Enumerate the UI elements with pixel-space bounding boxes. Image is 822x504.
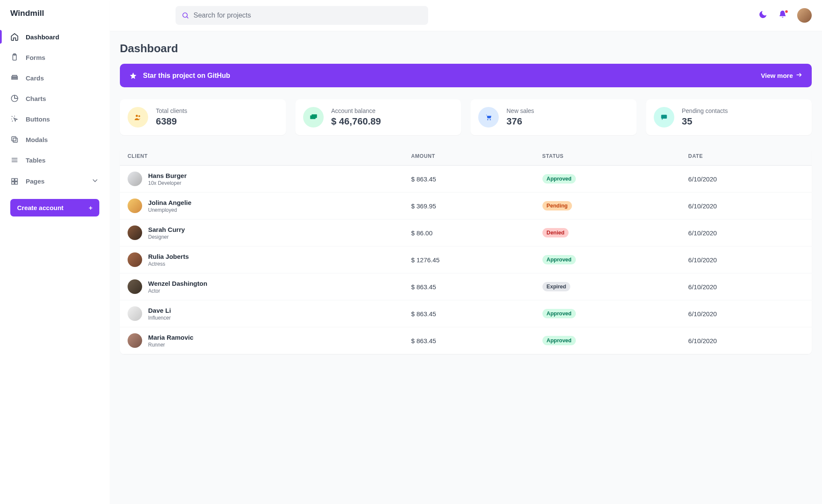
client-name: Wenzel Dashington	[148, 280, 207, 287]
client-amount: $ 1276.45	[403, 246, 534, 273]
moon-icon	[758, 10, 768, 21]
pie-chart-icon	[10, 94, 19, 103]
svg-rect-18	[311, 114, 317, 118]
client-amount: $ 86.00	[403, 219, 534, 246]
client-role: Actor	[148, 288, 207, 294]
sidebar-item-label: Charts	[26, 95, 46, 102]
stat-cards: Total clients 6389 Account balance $ 46,…	[120, 99, 812, 135]
sidebar-item-buttons[interactable]: Buttons	[0, 109, 110, 129]
svg-point-11	[183, 13, 188, 18]
table-row[interactable]: Maria Ramovic Runner $ 863.45 Approved 6…	[120, 327, 812, 354]
svg-rect-2	[13, 138, 18, 142]
stat-label: New sales	[506, 107, 534, 114]
client-avatar	[128, 252, 142, 267]
status-badge: Approved	[542, 255, 576, 264]
cart-icon	[478, 107, 499, 127]
sidebar-item-cards[interactable]: Cards	[0, 68, 110, 88]
client-name: Sarah Curry	[148, 226, 185, 233]
sidebar-item-modals[interactable]: Modals	[0, 129, 110, 150]
client-name: Hans Burger	[148, 172, 187, 179]
svg-point-14	[136, 115, 138, 117]
table-row[interactable]: Jolina Angelie Unemployed $ 369.95 Pendi…	[120, 193, 812, 219]
client-date: 6/10/2020	[681, 193, 812, 219]
client-role: Designer	[148, 234, 185, 240]
svg-line-12	[187, 17, 188, 18]
svg-rect-7	[12, 178, 14, 181]
stat-card-new-sales: New sales 376	[471, 99, 637, 135]
sidebar-item-label: Pages	[26, 178, 45, 185]
svg-point-20	[490, 119, 491, 121]
chat-icon	[654, 107, 674, 127]
stat-value: 376	[506, 116, 534, 127]
client-amount: $ 863.45	[403, 273, 534, 300]
arrow-right-icon	[795, 71, 802, 80]
search-input[interactable]	[194, 12, 422, 19]
status-badge: Approved	[542, 336, 576, 345]
search-icon	[182, 12, 189, 19]
client-avatar	[128, 333, 142, 348]
cursor-click-icon	[10, 115, 19, 123]
table-header-amount: AMOUNT	[403, 147, 534, 166]
client-amount: $ 863.45	[403, 327, 534, 354]
layers-icon	[10, 74, 19, 82]
stat-value: $ 46,760.89	[331, 116, 381, 127]
clipboard-icon	[10, 53, 19, 62]
status-badge: Approved	[542, 174, 576, 184]
svg-point-24	[664, 116, 665, 117]
table-row[interactable]: Hans Burger 10x Developer $ 863.45 Appro…	[120, 166, 812, 193]
client-date: 6/10/2020	[681, 273, 812, 300]
client-name: Maria Ramovic	[148, 334, 194, 341]
cta-view-more-link[interactable]: View more	[761, 71, 802, 80]
svg-point-23	[664, 116, 664, 117]
page-title: Dashboard	[120, 42, 812, 55]
table-header-client: CLIENT	[120, 147, 403, 166]
clients-table: CLIENTAMOUNTSTATUSDATE Hans Burger 10x D…	[120, 147, 812, 354]
create-account-button[interactable]: Create account +	[10, 199, 99, 216]
stat-value: 6389	[156, 116, 187, 127]
client-avatar	[128, 172, 142, 186]
stat-card-account-balance: Account balance $ 46,760.89	[295, 99, 462, 135]
stat-label: Pending contacts	[682, 107, 728, 114]
plus-icon: +	[89, 204, 92, 211]
sidebar-item-label: Tables	[26, 157, 45, 164]
client-name: Rulia Joberts	[148, 253, 189, 260]
table-row[interactable]: Wenzel Dashington Actor $ 863.45 Expired…	[120, 273, 812, 300]
theme-toggle-button[interactable]	[758, 10, 768, 21]
sidebar-nav: Dashboard Forms Cards Charts Buttons Mod…	[0, 27, 110, 192]
status-badge: Pending	[542, 201, 572, 210]
client-amount: $ 369.95	[403, 193, 534, 219]
table-row[interactable]: Sarah Curry Designer $ 86.00 Denied 6/10…	[120, 219, 812, 246]
svg-rect-9	[12, 181, 14, 184]
client-avatar	[128, 225, 142, 240]
app-logo[interactable]: Windmill	[0, 0, 110, 27]
cta-link-text: View more	[761, 72, 793, 79]
sidebar: Windmill Dashboard Forms Cards Charts Bu…	[0, 0, 110, 504]
table-row[interactable]: Rulia Joberts Actress $ 1276.45 Approved…	[120, 246, 812, 273]
client-role: Influencer	[148, 315, 171, 321]
client-date: 6/10/2020	[681, 246, 812, 273]
cta-banner[interactable]: Star this project on GitHub View more	[120, 64, 812, 87]
sidebar-item-label: Cards	[26, 74, 44, 82]
client-role: 10x Developer	[148, 180, 187, 186]
sidebar-item-tables[interactable]: Tables	[0, 150, 110, 170]
client-date: 6/10/2020	[681, 327, 812, 354]
copy-icon	[10, 135, 19, 144]
sidebar-item-label: Dashboard	[26, 33, 59, 41]
sidebar-item-forms[interactable]: Forms	[0, 47, 110, 68]
status-badge: Approved	[542, 309, 576, 318]
table-row[interactable]: Dave Li Influencer $ 863.45 Approved 6/1…	[120, 300, 812, 327]
notification-dot	[784, 9, 789, 14]
notifications-button[interactable]	[777, 10, 788, 21]
client-date: 6/10/2020	[681, 166, 812, 193]
sidebar-item-charts[interactable]: Charts	[0, 88, 110, 109]
create-account-label: Create account	[17, 204, 63, 211]
sidebar-item-pages[interactable]: Pages	[0, 170, 110, 192]
client-avatar	[128, 306, 142, 321]
chevron-down-icon	[91, 176, 99, 186]
client-name: Dave Li	[148, 307, 171, 314]
client-role: Unemployed	[148, 207, 191, 213]
client-role: Actress	[148, 261, 189, 267]
sidebar-item-dashboard[interactable]: Dashboard	[0, 27, 110, 47]
search-box[interactable]	[176, 6, 428, 25]
user-avatar[interactable]	[797, 8, 812, 23]
